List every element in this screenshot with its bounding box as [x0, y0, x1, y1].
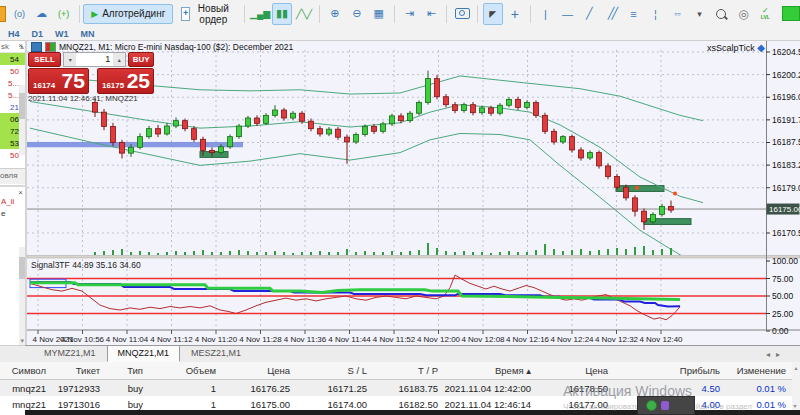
tab-prev-icon[interactable]: ◂ [766, 350, 776, 359]
algo-trading-button[interactable]: ▶ Алготрейдинг [83, 4, 173, 24]
connection-plus-icon[interactable]: (+) [54, 3, 74, 25]
main-toolbar: (o) ☁ (+) ▶ Алготрейдинг + Новый ордер ▁… [0, 0, 800, 28]
ask-column-fragment: sk [1, 42, 9, 51]
tab-next-icon[interactable]: ▸ [776, 350, 786, 359]
svg-text:0.00: 0.00 [772, 326, 789, 336]
indicator-name: Signal3TF [31, 260, 70, 270]
algo-trading-label: Алготрейдинг [102, 8, 165, 19]
volume-value[interactable]: 1 [76, 53, 113, 66]
market-watch-row[interactable]: 54 [0, 53, 25, 65]
table-header-cell[interactable]: Время ▴ [444, 365, 537, 376]
svg-text:50.00: 50.00 [772, 291, 794, 301]
grid-icon[interactable]: ▦ [369, 3, 389, 25]
table-header-cell[interactable]: S / L [296, 365, 373, 376]
chart-tabs: MYMZ21,M1MNQZ21,M1MESZ21,M1 [33, 345, 252, 362]
table-cell: mnqz21 [0, 399, 52, 410]
new-order-label: Новый ордер [194, 3, 232, 25]
sell-price-box[interactable]: 16174 75 [28, 68, 89, 94]
table-cell: 19712933 [52, 383, 106, 394]
cloud-icon[interactable]: ☁ [32, 3, 52, 25]
scroll-down-icon[interactable]: ▾ [20, 337, 24, 345]
trendline-tool-icon[interactable]: ╱ [579, 3, 599, 25]
table-scrollbar[interactable]: ▴ ▾ [792, 362, 800, 415]
pane-divider [27, 256, 800, 259]
market-watch-row[interactable]: 50 [0, 65, 25, 77]
cursor-icon[interactable]: ◤ [483, 3, 503, 25]
scroll-down-icon[interactable]: ▾ [794, 402, 797, 409]
zoom-in-icon[interactable]: ⊕ [325, 3, 345, 25]
camera-icon[interactable] [452, 3, 472, 25]
chart-tab-mnqz21-m1[interactable]: MNQZ21,M1 [107, 345, 181, 362]
table-header-cell[interactable]: Изменение [726, 365, 792, 376]
graduation-cap-icon: ◆ [757, 42, 765, 53]
chart-tab-mesz21-m1[interactable]: MESZ21,M1 [180, 345, 252, 362]
ea-label: xsScalpTick ◆ [560, 42, 765, 53]
clipped-icon [0, 6, 6, 22]
timeframe-h4-button[interactable]: H4 [8, 29, 20, 39]
horizontal-line-tool-icon[interactable]: — [557, 3, 577, 25]
current-price-tag-text: 16175.00 [769, 205, 800, 214]
svg-text:4 Nov 12:32: 4 Nov 12:32 [595, 335, 639, 344]
svg-text:4 Nov 11:52: 4 Nov 11:52 [373, 335, 416, 344]
svg-text:16200.25: 16200.25 [772, 70, 800, 80]
shapes-dropdown-icon[interactable]: ▾ [689, 3, 709, 25]
line-chart-icon[interactable]: ╱╲╱ [294, 3, 314, 25]
svg-text:4 Nov 11:04: 4 Nov 11:04 [106, 335, 149, 344]
timeframe-d1-button[interactable]: D1 [32, 29, 44, 39]
antenna-icon[interactable]: (o) [10, 3, 30, 25]
new-order-button[interactable]: + Новый ордер [173, 4, 240, 24]
volume-down-icon[interactable]: ▾ [64, 53, 76, 66]
chart-tab-mymz21-m1[interactable]: MYMZ21,M1 [33, 345, 107, 362]
volume-spinner[interactable]: ▾ 1 ▴ [63, 52, 126, 67]
zoom-out-icon[interactable]: ⊖ [347, 3, 367, 25]
table-header-cell[interactable]: Тикет [52, 365, 106, 376]
table-cell: 1 [149, 399, 222, 410]
about-icon[interactable]: ◎ [733, 3, 753, 25]
table-header-cell[interactable]: Тип [106, 365, 149, 376]
table-header-cell[interactable]: T / P [373, 365, 444, 376]
volume-up-icon[interactable]: ▴ [113, 53, 125, 66]
table-header-cell[interactable]: Объем [149, 365, 222, 376]
buy-price-pips: 25 [127, 69, 150, 93]
table-cell: mnqz21 [0, 383, 52, 394]
dock-right-icon[interactable]: ⇥ [399, 3, 419, 25]
candlestick-chart-icon[interactable]: ▮▮ [272, 3, 292, 25]
sell-button[interactable]: SELL [28, 52, 61, 67]
channel-tool-icon[interactable]: ╱╱ [601, 3, 621, 25]
separator [244, 5, 245, 23]
market-watch-tab[interactable]: овля [0, 168, 25, 184]
table-header-cell[interactable]: Прибыль [614, 365, 726, 376]
table-header-cell[interactable]: Цена [222, 365, 296, 376]
fibonacci-tool-icon[interactable]: ≡ [623, 3, 643, 25]
timeframe-mn-button[interactable]: MN [81, 29, 95, 39]
table-cell: buy [106, 383, 149, 394]
table-header-cell[interactable]: Цена [537, 365, 614, 376]
trade-tab-fragment: овля [0, 171, 18, 180]
buy-button[interactable]: BUY [128, 52, 154, 67]
svg-text:4 Nov 11:36: 4 Nov 11:36 [284, 335, 327, 344]
timeframe-toolbar: H4 D1 W1 MN [0, 27, 800, 41]
table-cell: 16182.50 [373, 399, 444, 410]
vertical-line-tool-icon[interactable]: | [535, 3, 555, 25]
buy-price-box[interactable]: 16175 25 [97, 68, 154, 94]
shapes-tool-icon[interactable]: ▫▫ [667, 3, 687, 25]
table-cell: 16183.75 [373, 383, 444, 394]
bar-chart-icon[interactable]: ▁▄▆ [250, 3, 270, 25]
svg-text:4 Nov 12:16: 4 Nov 12:16 [506, 335, 550, 344]
close-icon[interactable]: × [18, 41, 23, 50]
panel2-row: e [0, 206, 25, 218]
chart-properties-icon[interactable] [31, 42, 42, 52]
window-splitter[interactable] [25, 40, 27, 345]
crosshair-icon[interactable]: + [505, 3, 525, 25]
dock-left-icon[interactable]: ⇤ [421, 3, 441, 25]
chart-title: MNQZ21, M1: Micro E-mini Nasdaq-100 ($2)… [59, 42, 293, 52]
cycle-lines-icon[interactable]: ¦ [645, 3, 665, 25]
new-order-icon: + [181, 7, 190, 21]
scroll-up-icon[interactable]: ▴ [792, 362, 800, 371]
timeframe-w1-button[interactable]: W1 [55, 29, 69, 39]
close-icon[interactable]: × [18, 188, 23, 197]
table-header-cell[interactable]: Символ [0, 365, 52, 376]
sidebar-bottom-strip [0, 345, 25, 362]
search-icon[interactable] [711, 3, 731, 25]
levels-icon[interactable]: ✓ LVL [755, 3, 775, 25]
